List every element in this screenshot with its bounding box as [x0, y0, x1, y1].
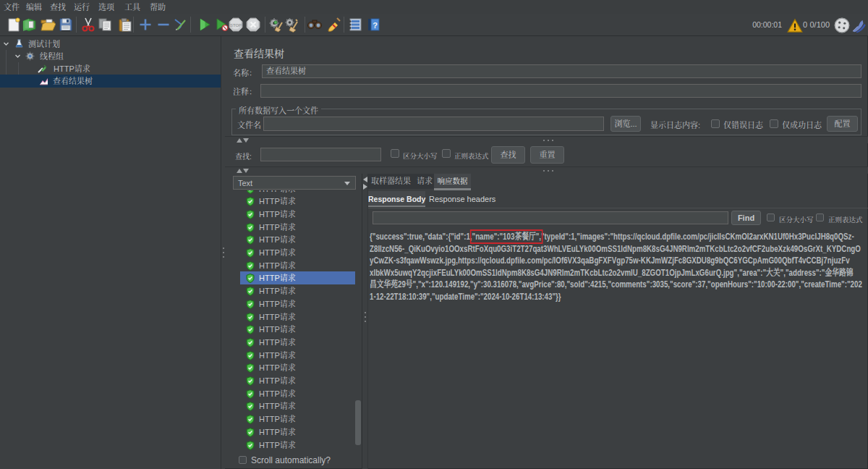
horizontal-splitter[interactable]: [225, 136, 868, 143]
sample-row[interactable]: HTTP请求: [231, 413, 362, 426]
menu-file[interactable]: 文件: [4, 0, 20, 14]
sample-row[interactable]: HTTP请求: [231, 310, 362, 324]
sample-row[interactable]: HTTP请求: [231, 208, 362, 221]
regex-checkbox[interactable]: [442, 149, 451, 158]
cut-icon[interactable]: [80, 17, 96, 33]
shutdown-icon[interactable]: [245, 17, 260, 33]
comments-input[interactable]: [260, 84, 861, 98]
results-details-splitter[interactable]: [362, 174, 368, 469]
collapse-all-icon[interactable]: [156, 17, 171, 33]
function-helper-icon[interactable]: [347, 17, 363, 33]
save-icon[interactable]: [58, 17, 74, 33]
open-file-icon[interactable]: [40, 17, 56, 33]
case-sensitive-checkbox[interactable]: [391, 149, 399, 158]
tab-request[interactable]: 请求: [417, 174, 433, 189]
write-results-group-title: 所有数据写入一个文件: [236, 104, 321, 116]
clear-all-icon[interactable]: [284, 17, 300, 33]
shield-success-icon: [246, 338, 255, 347]
chevron-down-icon[interactable]: [14, 53, 21, 59]
splitter-collapse-icon[interactable]: [237, 169, 242, 173]
copy-icon[interactable]: [97, 17, 113, 33]
splitter-collapse-icon[interactable]: [363, 177, 367, 182]
menu-tools[interactable]: 工具: [124, 0, 140, 14]
find-button[interactable]: 查找: [491, 146, 525, 164]
splitter-expand-icon[interactable]: [363, 184, 367, 190]
sample-row[interactable]: HTTP请求: [231, 284, 362, 297]
sample-row[interactable]: HTTP请求: [231, 361, 362, 374]
sample-row[interactable]: HTTP请求: [231, 426, 362, 439]
templates-icon[interactable]: [22, 17, 38, 33]
clear-icon[interactable]: [268, 17, 284, 33]
view-results-tree-icon: [39, 77, 48, 86]
tree-node-http-request[interactable]: HTTP请求: [0, 62, 221, 75]
sample-row[interactable]: HTTP请求: [231, 349, 362, 362]
sample-row[interactable]: HTTP请求: [231, 195, 362, 208]
selection-highlight: [240, 361, 355, 374]
sample-row[interactable]: HTTP请求: [231, 323, 362, 336]
new-file-icon[interactable]: [6, 17, 22, 33]
response-regex-checkbox[interactable]: [816, 214, 824, 221]
sample-row[interactable]: HTTP请求: [231, 336, 362, 349]
splitter-collapse-icon[interactable]: [237, 138, 242, 143]
start-icon[interactable]: [197, 17, 213, 33]
response-case-sensitive-checkbox[interactable]: [767, 214, 775, 221]
renderer-dropdown[interactable]: Text: [233, 176, 356, 190]
sample-row[interactable]: HTTP请求: [231, 233, 362, 246]
response-regex-label: 正则表达式: [828, 214, 863, 224]
chevron-down-icon[interactable]: [3, 41, 9, 47]
warning-indicator-icon[interactable]: [787, 18, 801, 31]
response-search-input[interactable]: [373, 211, 728, 224]
tree-node-test-plan[interactable]: 测试计划: [0, 38, 221, 50]
samples-scrollbar[interactable]: [355, 400, 361, 445]
tree-node-thread-group[interactable]: 线程组: [0, 50, 221, 62]
stop-icon[interactable]: STOP: [228, 17, 242, 33]
menu-options[interactable]: 选项: [98, 0, 114, 14]
configure-button[interactable]: 配置: [827, 116, 858, 132]
search-reset-icon[interactable]: [326, 17, 341, 33]
grip-dot-icon: [552, 140, 553, 141]
tab-response-data[interactable]: 响应数据: [434, 174, 471, 189]
sample-row[interactable]: HTTP请求: [231, 259, 362, 272]
menu-search[interactable]: 查找: [50, 0, 66, 14]
name-label: 名称：: [233, 67, 257, 78]
tree-node-view-results-tree[interactable]: 查看结果树: [0, 75, 221, 88]
search-icon[interactable]: [307, 17, 323, 33]
help-icon[interactable]: ?: [365, 17, 381, 33]
errors-only-checkbox[interactable]: [711, 119, 720, 128]
expand-all-icon[interactable]: [137, 17, 153, 33]
menu-help[interactable]: 帮助: [150, 0, 166, 14]
browse-button[interactable]: 浏览...: [610, 116, 641, 132]
splitter-expand-icon[interactable]: [243, 138, 249, 143]
reset-button[interactable]: 重置: [530, 146, 564, 164]
tab-sampler-result[interactable]: 取样器结果: [371, 174, 411, 189]
selection-highlight: [240, 297, 355, 310]
response-body-text[interactable]: {"success":true,"data":{"id":1,"name":"1…: [370, 231, 868, 303]
sample-row[interactable]: HTTP请求: [231, 439, 362, 452]
selection-highlight: [240, 426, 355, 439]
response-line: Z8IlzcN56-_QiKuOvyio1OOxsRtFoXqu0G3iT2T2…: [370, 243, 868, 255]
sample-row[interactable]: HTTP请求: [231, 221, 362, 234]
successes-only-checkbox[interactable]: [770, 119, 778, 128]
jmeter-logo-icon: [851, 18, 866, 32]
sample-row[interactable]: HTTP请求: [231, 297, 362, 310]
toggle-icon[interactable]: [172, 17, 188, 33]
response-find-button[interactable]: Find: [731, 211, 761, 225]
subtab-response-body[interactable]: Response Body: [368, 191, 425, 207]
sample-row[interactable]: HTTP请求: [231, 400, 362, 413]
splitter-expand-icon[interactable]: [243, 169, 249, 173]
search-input[interactable]: [260, 148, 381, 161]
sample-row[interactable]: HTTP请求: [231, 374, 362, 387]
sample-row[interactable]: HTTP请求: [231, 271, 362, 284]
name-input[interactable]: 查看结果树: [262, 64, 861, 78]
menu-edit[interactable]: 编辑: [26, 0, 42, 14]
scroll-automatically-checkbox[interactable]: [239, 456, 247, 464]
grip-dot-icon: [223, 248, 224, 249]
paste-icon[interactable]: [117, 17, 133, 33]
menu-run[interactable]: 运行: [74, 0, 90, 14]
filename-input[interactable]: [263, 117, 604, 131]
sample-row[interactable]: HTTP请求: [231, 387, 362, 400]
subtab-response-headers[interactable]: Response headers: [429, 191, 495, 207]
selection-highlight: [240, 323, 355, 336]
sample-row[interactable]: HTTP请求: [231, 246, 362, 259]
horizontal-splitter[interactable]: [225, 166, 868, 174]
